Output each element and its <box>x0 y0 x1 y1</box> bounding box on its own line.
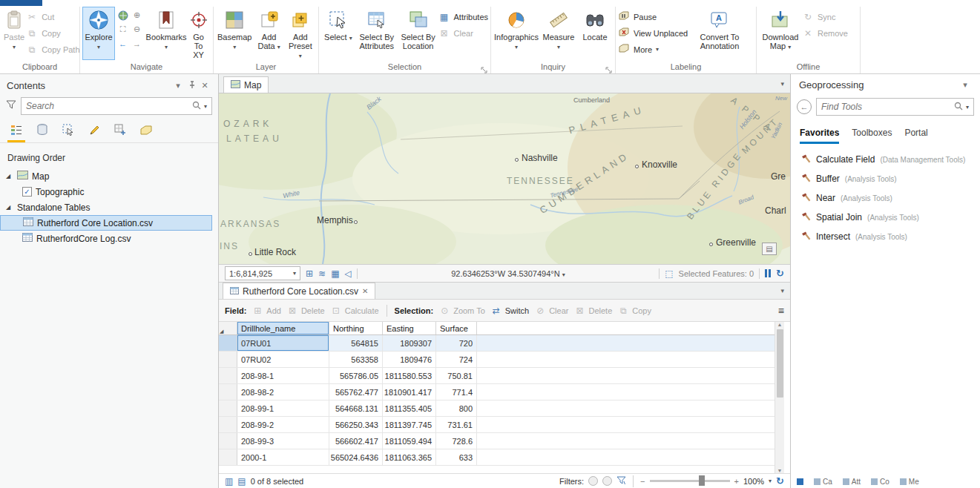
download-map-button[interactable]: Download Map ▾ <box>759 7 802 60</box>
row-selector[interactable] <box>219 400 237 416</box>
tree-item-map[interactable]: ◢ Map <box>0 168 218 184</box>
more-labeling-button[interactable]: More ▾ <box>618 42 695 56</box>
row-selector[interactable] <box>219 335 237 351</box>
sync-button[interactable]: ↻Sync <box>802 10 848 24</box>
list-by-drawing-order-icon[interactable] <box>9 122 24 137</box>
tree-item-standalone-tables[interactable]: ◢ Standalone Tables <box>0 200 218 215</box>
table-row[interactable]: 07RU01 564815 1809307 720 <box>219 335 775 352</box>
cell-northing[interactable]: 564668.131 <box>329 400 383 416</box>
cell-northing[interactable]: 565024.6436 <box>329 449 383 465</box>
cell-drillhole[interactable]: 07RU01 <box>237 335 329 351</box>
view-unplaced-button[interactable]: View Unplaced <box>618 26 695 40</box>
table-menu-icon[interactable]: ≡ <box>778 305 784 317</box>
record-list-icon[interactable]: ▤ <box>237 476 246 487</box>
expander-icon[interactable]: ◢ <box>6 173 13 179</box>
copy-button[interactable]: ⧉Copy <box>26 26 79 40</box>
coordinates-caret-icon[interactable]: ▾ <box>562 271 565 278</box>
select-by-location-button[interactable]: Select By Location <box>398 7 438 60</box>
table-tab[interactable]: Rutherford Core Location.csv ✕ <box>223 283 375 299</box>
full-extent-icon[interactable] <box>116 9 129 22</box>
list-by-selection-icon[interactable] <box>61 122 76 137</box>
delete-field-button[interactable]: ⊠Delete <box>286 306 325 316</box>
map-view[interactable]: OZARK LATEAU Black Cumberland Nashville … <box>219 93 790 264</box>
cell-drillhole[interactable]: 208-99-3 <box>237 433 329 449</box>
scrollbar-thumb[interactable] <box>777 329 783 398</box>
overview-button[interactable]: ▤ <box>762 243 777 255</box>
pause-drawing-button[interactable] <box>765 269 771 277</box>
geoprocessing-pane-tab-icon[interactable] <box>797 478 803 485</box>
column-header-drillhole-name[interactable]: Drillhole_name <box>237 322 329 334</box>
bookmarks-button[interactable]: Bookmarks ▾ <box>146 7 186 60</box>
find-tools-input[interactable] <box>821 102 951 112</box>
tool-calculate-field[interactable]: Calculate Field (Data Management Tools) <box>791 150 980 169</box>
cell-easting[interactable]: 1811063.365 <box>383 449 436 465</box>
slider-thumb[interactable] <box>699 475 705 486</box>
cell-surface[interactable]: 720 <box>436 335 477 351</box>
cell-surface[interactable]: 800 <box>436 400 477 416</box>
pane-tab-attributes[interactable]: Att <box>843 478 861 486</box>
inquiry-dialog-launcher-icon[interactable] <box>605 66 612 73</box>
zoom-to-button[interactable]: ⊙Zoom To <box>438 306 485 316</box>
flash-icon[interactable]: ≋ <box>318 268 326 279</box>
table-row[interactable]: 208-99-3 566602.417 1811059.494 728.6 <box>219 433 775 449</box>
cell-surface[interactable]: 633 <box>436 449 477 465</box>
geoprocessing-menu-caret-icon[interactable]: ▾ <box>958 80 972 90</box>
cell-northing[interactable]: 565762.477 <box>329 384 383 400</box>
fixed-zoom-out-icon[interactable]: ⊖ <box>131 23 143 36</box>
attributes-button[interactable]: ▦Attributes <box>438 10 488 24</box>
table-tabbar-caret-icon[interactable]: ▾ <box>780 287 784 294</box>
refresh-table-button[interactable]: ↻ <box>776 475 784 487</box>
pause-labeling-button[interactable]: Pause <box>618 10 695 24</box>
switch-selection-button[interactable]: ⇄Switch <box>490 306 529 316</box>
grid-plus-icon[interactable]: ⊞ <box>306 268 313 279</box>
cell-surface[interactable]: 724 <box>436 352 477 367</box>
table-row[interactable]: 2000-1 565024.6436 1811063.365 633 <box>219 449 775 466</box>
tool-spatial-join[interactable]: Spatial Join (Analysis Tools) <box>791 208 980 227</box>
contents-search-icon[interactable] <box>192 101 201 112</box>
cell-northing[interactable]: 563358 <box>329 352 383 367</box>
row-selector[interactable] <box>219 417 237 432</box>
basemap-button[interactable]: Basemap ▾ <box>216 7 253 60</box>
cell-northing[interactable]: 564815 <box>329 335 383 351</box>
cell-drillhole[interactable]: 208-98-2 <box>237 384 329 400</box>
measure-button[interactable]: Measure ▾ <box>539 7 578 60</box>
cell-easting[interactable]: 1809307 <box>383 335 436 351</box>
row-selector[interactable] <box>219 449 237 465</box>
convert-to-annotation-button[interactable]: A Convert To Annotation <box>695 7 744 60</box>
pane-tab-me[interactable]: Me <box>900 478 919 486</box>
table-row[interactable]: 07RU02 563358 1809476 724 <box>219 352 775 368</box>
row-selector[interactable] <box>219 368 237 383</box>
cell-surface[interactable]: 731.61 <box>436 417 477 432</box>
clear-selection-table-button[interactable]: ⊘Clear <box>534 306 568 316</box>
list-by-snapping-icon[interactable] <box>113 122 128 137</box>
column-header-easting[interactable]: Easting <box>383 322 436 334</box>
tree-item-topographic[interactable]: ✓ Topographic <box>0 184 218 200</box>
paste-button[interactable]: Paste ▾ <box>2 7 26 60</box>
cell-drillhole[interactable]: 208-99-2 <box>237 417 329 432</box>
filter-option-icon-1[interactable] <box>588 476 598 486</box>
scale-dropdown[interactable]: 1:6,814,925 ▾ <box>225 266 300 280</box>
back-button[interactable]: ← <box>797 99 812 114</box>
map-tabbar-caret-icon[interactable]: ▾ <box>780 80 784 88</box>
list-by-editing-icon[interactable] <box>87 122 102 137</box>
cell-northing[interactable]: 565786.05 <box>329 368 383 383</box>
cell-easting[interactable]: 1811355.405 <box>383 400 436 416</box>
locate-button[interactable]: Locate <box>578 7 612 60</box>
tool-buffer[interactable]: Buffer (Analysis Tools) <box>791 169 980 188</box>
cell-drillhole[interactable]: 208-98-1 <box>237 368 329 383</box>
map-view-tab[interactable]: Map <box>223 76 269 93</box>
grid-icon[interactable]: ▦ <box>331 268 339 279</box>
cell-easting[interactable]: 1809476 <box>383 352 436 367</box>
contents-menu-caret-icon[interactable]: ▾ <box>171 81 185 90</box>
cell-northing[interactable]: 566602.417 <box>329 433 383 449</box>
scroll-down-icon[interactable]: ▼ <box>777 468 783 473</box>
contents-search-caret-icon[interactable]: ▾ <box>204 103 207 110</box>
cell-surface[interactable]: 771.4 <box>436 384 477 400</box>
tab-toolboxes[interactable]: Toolboxes <box>852 128 892 144</box>
cell-drillhole[interactable]: 208-99-1 <box>237 400 329 416</box>
speaker-icon[interactable]: ◁ <box>344 268 351 279</box>
contents-search-input[interactable] <box>26 101 189 111</box>
filter-funnel-icon[interactable] <box>6 100 16 112</box>
cell-easting[interactable]: 1810901.417 <box>383 384 436 400</box>
zoom-out-table-icon[interactable]: − <box>640 477 645 486</box>
